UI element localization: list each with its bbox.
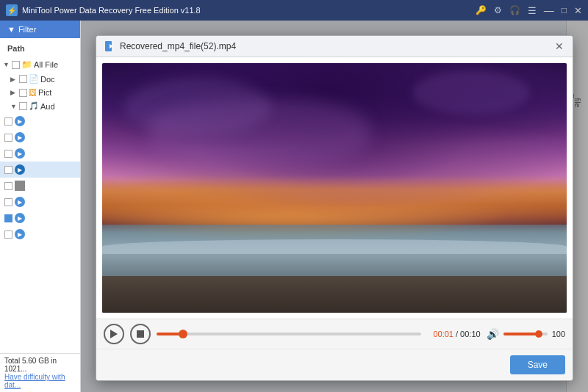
settings-icon[interactable]: ⚙ (494, 5, 502, 15)
row6-icon: ▶ (15, 197, 25, 207)
stop-button[interactable] (130, 324, 151, 344)
app-icon: ⚡ (6, 4, 18, 16)
cloud2 (412, 70, 530, 115)
modal-close-button[interactable]: ✕ (553, 40, 565, 52)
modal-overlay: Recovered_mp4_file(52).mp4 ✕ (81, 21, 588, 392)
controls-bar: 00:01 / 00:10 🔊 100 (96, 319, 573, 349)
play-button[interactable] (104, 324, 124, 344)
list-item[interactable]: ▶ (0, 194, 80, 210)
allfiles-folder-icon: 📁 (21, 59, 32, 70)
pict-expand-arrow: ▶ (10, 89, 18, 96)
modal-title-left: Recovered_mp4_file(52).mp4 (104, 40, 236, 52)
close-button[interactable]: ✕ (574, 5, 582, 16)
row5-icon (15, 181, 25, 191)
svg-rect-3 (137, 330, 144, 338)
maximize-button[interactable]: □ (562, 5, 567, 15)
title-bar-left: ⚡ MiniTool Power Data Recovery Free Edit… (6, 4, 201, 16)
list-item[interactable]: ▶ (0, 145, 80, 161)
menu-icon[interactable]: ☰ (528, 5, 537, 16)
total-time: 00:10 (460, 330, 481, 338)
aud-label: Aud (40, 102, 55, 111)
row1-icon: ▶ (15, 116, 25, 126)
progress-track[interactable] (157, 333, 421, 335)
volume-icon: 🔊 (487, 328, 499, 340)
modal-footer: Save (96, 349, 573, 380)
time-display: 00:01 / 00:10 (433, 330, 480, 338)
volume-section: 🔊 100 (487, 328, 565, 340)
aud-checkbox[interactable] (19, 102, 27, 110)
progress-thumb (179, 330, 187, 338)
video-file-icon (104, 40, 115, 52)
svg-marker-2 (110, 330, 118, 338)
headphone-icon[interactable]: 🎧 (509, 5, 520, 15)
row8-checkbox[interactable] (4, 231, 12, 239)
volume-value: 100 (552, 330, 565, 338)
list-item[interactable] (0, 178, 80, 194)
list-item[interactable]: ▶ (0, 129, 80, 145)
doc-checkbox[interactable] (19, 75, 27, 83)
help-link[interactable]: Have difficulty with dat... (4, 373, 76, 389)
file-tree: ▼ 📁 All File ▶ 📄 Doc ▶ 🖼 Pict (0, 56, 80, 353)
row4-icon: ▶ (15, 164, 25, 175)
sidebar-bottom: Total 5.60 GB in 1021... Have difficulty… (0, 353, 80, 392)
volume-fill (503, 333, 539, 335)
title-bar: ⚡ MiniTool Power Data Recovery Free Edit… (0, 0, 588, 21)
cloud3 (148, 100, 369, 166)
filter-button[interactable]: ▼ Filter (0, 21, 80, 38)
row6-checkbox[interactable] (4, 198, 12, 206)
aud-expand-arrow: ▼ (10, 103, 18, 110)
pict-folder-icon: 🖼 (29, 88, 37, 97)
aud-folder-icon: 🎵 (29, 101, 39, 111)
expand-arrow: ▼ (3, 61, 10, 68)
row1-checkbox[interactable] (4, 117, 12, 126)
video-thumbnail (102, 63, 567, 313)
save-button[interactable]: Save (510, 355, 565, 374)
doc-label: Doc (40, 75, 55, 84)
tree-item-allfiles[interactable]: ▼ 📁 All File (0, 57, 80, 72)
current-time: 00:01 (433, 330, 453, 338)
app-body: ▼ Filter Path ▼ 📁 All File ▶ 📄 Doc (0, 21, 588, 392)
app-title: MiniTool Power Data Recovery Free Editio… (22, 6, 201, 15)
row2-checkbox[interactable] (4, 134, 12, 142)
doc-folder-icon: 📄 (29, 74, 39, 84)
minimize-button[interactable]: — (544, 4, 554, 16)
tree-item-doc[interactable]: ▶ 📄 Doc (0, 72, 80, 86)
tree-item-pict[interactable]: ▶ 🖼 Pict (0, 86, 80, 99)
video-player (102, 63, 567, 313)
volume-thumb (535, 330, 542, 338)
progress-container[interactable] (157, 333, 421, 335)
modal-title-bar: Recovered_mp4_file(52).mp4 ✕ (96, 36, 573, 57)
stop-icon (137, 330, 144, 338)
horizon-glow (102, 175, 567, 219)
filter-icon: ▼ (7, 25, 15, 34)
path-header: Path (0, 38, 80, 56)
list-item[interactable]: ▶ (0, 210, 80, 226)
title-bar-controls: 🔑 ⚙ 🎧 ☰ — □ ✕ (476, 4, 582, 16)
allfiles-checkbox[interactable] (12, 61, 20, 69)
row5-checkbox[interactable] (4, 182, 12, 190)
row3-icon: ▶ (15, 148, 25, 159)
play-icon (110, 330, 118, 338)
row8-icon: ▶ (15, 229, 25, 239)
row7-icon: ▶ (15, 213, 25, 223)
tree-item-aud[interactable]: ▼ 🎵 Aud (0, 99, 80, 113)
row2-icon: ▶ (15, 132, 25, 142)
volume-track[interactable] (503, 333, 548, 335)
row3-checkbox[interactable] (4, 150, 12, 158)
pict-label: Pict (38, 88, 51, 97)
modal-title-text: Recovered_mp4_file(52).mp4 (120, 41, 236, 51)
app-window: ⚡ MiniTool Power Data Recovery Free Edit… (0, 0, 588, 392)
row7-checkbox[interactable] (4, 214, 12, 222)
preview-modal: Recovered_mp4_file(52).mp4 ✕ (96, 35, 573, 381)
list-item[interactable]: ▶ (0, 161, 80, 178)
allfiles-label: All File (34, 60, 58, 69)
sidebar: ▼ Filter Path ▼ 📁 All File ▶ 📄 Doc (0, 21, 81, 392)
main-content: _file Recovered_mp4_file(52).mp4 (81, 21, 588, 392)
list-item[interactable]: ▶ (0, 113, 80, 129)
doc-expand-arrow: ▶ (10, 76, 18, 83)
list-item[interactable]: ▶ (0, 226, 80, 242)
key-icon[interactable]: 🔑 (476, 5, 487, 15)
wave-layer (102, 239, 567, 254)
row4-checkbox[interactable] (4, 166, 12, 174)
pict-checkbox[interactable] (19, 89, 27, 97)
